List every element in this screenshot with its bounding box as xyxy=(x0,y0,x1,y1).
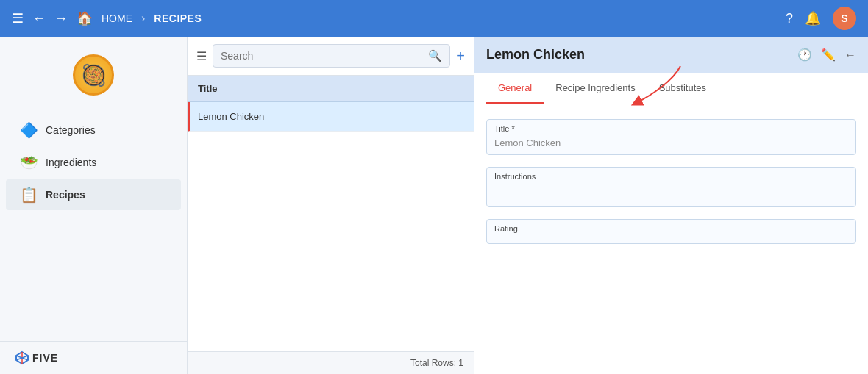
list-item-title: Lemon Chicken xyxy=(198,111,264,122)
title-column-header: Title xyxy=(198,83,218,94)
tab-general[interactable]: General xyxy=(486,73,544,104)
detail-tabs: General Recipe Ingredients Substitutes xyxy=(474,73,868,104)
top-navigation: ☰ ← → 🏠 HOME › RECIPES ? 🔔 S xyxy=(0,0,868,37)
sidebar-item-recipes[interactable]: 📋 Recipes xyxy=(6,179,181,210)
five-logo: FIVE xyxy=(15,350,58,365)
user-avatar[interactable]: S xyxy=(833,7,856,30)
filter-icon[interactable]: ☰ xyxy=(196,49,207,63)
instructions-field-value xyxy=(487,182,855,191)
ingredients-icon: 🥗 xyxy=(21,154,37,170)
list-footer: Total Rows: 1 xyxy=(188,351,474,374)
detail-actions: 🕐 ✏️ ← xyxy=(797,48,856,62)
tab-substitutes[interactable]: Substitutes xyxy=(647,73,718,104)
home-label[interactable]: HOME xyxy=(102,12,132,24)
sidebar-item-ingredients[interactable]: 🥗 Ingredients xyxy=(6,147,181,178)
five-logo-icon xyxy=(15,350,29,365)
sidebar-item-ingredients-label: Ingredients xyxy=(46,157,96,168)
home-icon[interactable]: 🏠 xyxy=(77,10,93,26)
back-button[interactable]: ← xyxy=(844,48,856,62)
tabs-container: General Recipe Ingredients Substitutes xyxy=(474,73,868,104)
help-icon[interactable]: ? xyxy=(786,11,793,26)
total-rows-label: Total Rows: 1 xyxy=(410,358,463,368)
detail-header: Lemon Chicken 🕐 ✏️ ← xyxy=(474,37,868,73)
search-icon[interactable]: 🔍 xyxy=(428,49,442,62)
categories-icon: 🔷 xyxy=(21,122,37,138)
list-panel: ☰ 🔍 + Title Lemon Chicken Total Rows: 1 xyxy=(188,37,474,374)
recipes-icon: 📋 xyxy=(21,187,37,203)
detail-panel: Lemon Chicken 🕐 ✏️ ← General Recipe Ingr… xyxy=(474,37,868,374)
sidebar-logo: 🥘 xyxy=(0,48,187,107)
nav-right-section: ? 🔔 S xyxy=(786,7,856,30)
back-icon[interactable]: ← xyxy=(32,11,46,26)
forward-icon[interactable]: → xyxy=(54,11,68,26)
rating-field-label: Rating xyxy=(487,220,855,234)
history-button[interactable]: 🕐 xyxy=(797,48,812,62)
nav-separator: › xyxy=(141,12,145,25)
current-section-label: RECIPES xyxy=(154,12,202,24)
detail-content: Title * Lemon Chicken Instructions Ratin… xyxy=(474,104,868,374)
search-box: 🔍 xyxy=(213,44,450,68)
sidebar-item-recipes-label: Recipes xyxy=(46,189,85,201)
instructions-field: Instructions xyxy=(486,167,856,207)
tab-recipe-ingredients[interactable]: Recipe Ingredients xyxy=(544,73,647,104)
main-layout: 🥘 🔷 Categories 🥗 Ingredients 📋 Recipes xyxy=(0,37,868,374)
sidebar-item-categories[interactable]: 🔷 Categories xyxy=(6,115,181,145)
add-record-button[interactable]: + xyxy=(456,48,465,65)
rating-field-value xyxy=(487,234,855,243)
list-search-header: ☰ 🔍 + xyxy=(188,37,474,76)
title-field: Title * Lemon Chicken xyxy=(486,119,856,155)
sidebar-nav: 🔷 Categories 🥗 Ingredients 📋 Recipes xyxy=(0,107,187,341)
notifications-icon[interactable]: 🔔 xyxy=(805,10,821,26)
title-field-label: Title * xyxy=(487,120,855,134)
sidebar-item-categories-label: Categories xyxy=(46,124,96,136)
list-items: Lemon Chicken xyxy=(188,102,474,351)
edit-button[interactable]: ✏️ xyxy=(821,48,836,62)
five-logo-text: FIVE xyxy=(32,352,58,364)
sidebar: 🥘 🔷 Categories 🥗 Ingredients 📋 Recipes xyxy=(0,37,188,374)
app-logo-icon: 🥘 xyxy=(73,54,114,96)
detail-title: Lemon Chicken xyxy=(486,47,797,62)
hamburger-menu-icon[interactable]: ☰ xyxy=(12,10,24,26)
search-input[interactable] xyxy=(221,50,422,62)
sidebar-footer: FIVE xyxy=(0,341,187,374)
list-table-header: Title xyxy=(188,76,474,102)
list-item[interactable]: Lemon Chicken xyxy=(188,102,474,132)
instructions-field-label: Instructions xyxy=(487,168,855,182)
title-field-value: Lemon Chicken xyxy=(487,134,855,154)
rating-field: Rating xyxy=(486,219,856,244)
